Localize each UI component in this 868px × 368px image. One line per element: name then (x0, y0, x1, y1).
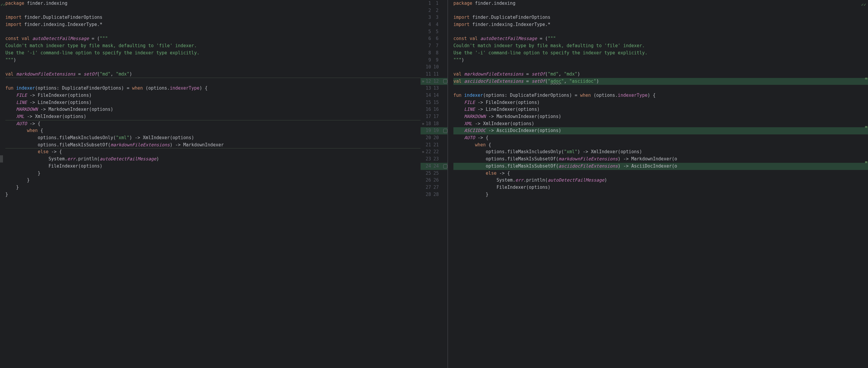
line-number-right: 19 (433, 127, 441, 134)
diff-marker[interactable] (865, 126, 867, 128)
code-line[interactable]: } (5, 184, 421, 191)
diff-marker[interactable] (865, 161, 867, 163)
code-line[interactable]: Use the '-i' command-line option to spec… (5, 50, 421, 57)
gutter-row: 2828 (421, 191, 447, 198)
code-line[interactable]: import finder.DuplicateFinderOptions (5, 14, 421, 21)
code-line[interactable]: else -> { (5, 148, 421, 155)
line-number-left: 22 (426, 148, 433, 155)
code-line[interactable] (454, 28, 868, 35)
apply-chunk-arrow-icon[interactable]: » (421, 120, 426, 128)
line-number-right: 11 (433, 71, 441, 78)
code-line[interactable]: when { (454, 142, 868, 149)
code-line[interactable] (5, 7, 421, 15)
diff-marker[interactable] (865, 78, 867, 80)
diff-chunk-checkbox[interactable] (443, 164, 447, 168)
code-line[interactable]: } (5, 170, 421, 177)
code-line[interactable]: FILE -> FileIndexer(options) (5, 92, 421, 99)
line-number-right: 6 (433, 35, 441, 43)
gutter-row: 55 (421, 28, 447, 35)
line-number-right: 3 (433, 14, 441, 21)
diff-chunk-checkbox[interactable] (443, 79, 447, 83)
line-number-right: 28 (433, 191, 441, 198)
code-line[interactable]: val markdownFileExtensions = setOf("md",… (454, 71, 868, 78)
gutter-row: 44 (421, 21, 447, 28)
gutter-row: 1616 (421, 106, 447, 113)
code-line[interactable] (454, 64, 868, 71)
code-line[interactable] (454, 7, 868, 15)
code-line[interactable]: FILE -> FileIndexer(options) (454, 99, 868, 106)
code-line[interactable] (5, 28, 421, 35)
code-line[interactable]: System.err.println(autoDetectFailMessage… (454, 177, 868, 184)
right-scrollbar[interactable] (864, 0, 868, 368)
line-number-left: 9 (426, 57, 433, 64)
code-line[interactable]: MARKDOWN -> MarkdownIndexer(options) (5, 106, 421, 113)
code-line[interactable]: MARKDOWN -> MarkdownIndexer(options) (454, 113, 868, 120)
line-number-left: 24 (426, 163, 433, 170)
gutter-row: 2525 (421, 170, 447, 177)
line-number-left: 6 (426, 35, 433, 43)
code-line[interactable]: FileIndexer(options) (454, 184, 868, 191)
code-line[interactable]: } (5, 191, 421, 198)
code-line[interactable]: AUTO -> { (5, 120, 421, 128)
line-number-left: 23 (426, 155, 433, 163)
code-line[interactable]: AUTO -> { (454, 134, 868, 142)
code-line[interactable]: } (454, 191, 868, 198)
code-line[interactable]: """) (5, 57, 421, 64)
apply-chunk-arrow-icon[interactable]: » (421, 78, 426, 85)
right-editor[interactable]: package finder.indexing import finder.Du… (448, 0, 868, 368)
diff-chunk-checkbox[interactable] (443, 129, 447, 133)
line-number-right: 22 (433, 148, 441, 155)
line-number-right: 1 (433, 0, 441, 7)
code-line[interactable]: """) (454, 57, 868, 64)
line-number-left: 1 (426, 0, 433, 7)
code-line[interactable] (5, 64, 421, 71)
code-line[interactable]: const val autoDetectFailMessage = (""" (454, 35, 868, 43)
line-number-left: 2 (426, 7, 433, 15)
code-line[interactable] (5, 78, 421, 85)
inspection-ok-icon: ✓✓ (861, 1, 866, 8)
gutter-row: 33 (421, 14, 447, 21)
gutter-row: 99 (421, 57, 447, 64)
line-number-left: 19 (426, 127, 433, 134)
code-line[interactable]: fun indexer(options: DuplicateFinderOpti… (5, 85, 421, 92)
gutter-row: 1515 (421, 99, 447, 106)
code-line[interactable]: import finder.indexing.IndexerType.* (5, 21, 421, 28)
code-line[interactable]: Use the '-i' command-line option to spec… (454, 50, 868, 57)
code-line[interactable]: val markdownFileExtensions = setOf("md",… (5, 71, 421, 78)
code-line[interactable]: val asciidocFileExtensions = setOf("adoc… (454, 78, 868, 85)
line-number-right: 4 (433, 21, 441, 28)
code-line[interactable]: options.fileMaskIncludesOnly("xml") -> X… (5, 134, 421, 142)
apply-chunk-arrow-icon[interactable]: » (421, 148, 426, 155)
code-line[interactable] (454, 85, 868, 92)
left-editor[interactable]: package finder.indexing import finder.Du… (0, 0, 421, 368)
code-line[interactable]: System.err.println(autoDetectFailMessage… (5, 155, 421, 163)
code-line[interactable]: package finder.indexing (454, 0, 868, 7)
line-number-left: 21 (426, 142, 433, 149)
code-line[interactable]: LINE -> LineIndexer(options) (454, 106, 868, 113)
line-number-right: 15 (433, 99, 441, 106)
code-line[interactable]: fun indexer(options: DuplicateFinderOpti… (454, 92, 868, 99)
line-number-right: 20 (433, 134, 441, 142)
code-line[interactable]: when { (5, 127, 421, 134)
code-line[interactable]: options.fileMaskIsSubsetOf(asciidocFileE… (454, 163, 868, 170)
code-line[interactable]: Couldn't match indexer type by file mask… (5, 43, 421, 50)
code-line[interactable]: const val autoDetectFailMessage = (""" (5, 35, 421, 43)
line-number-right: 5 (433, 28, 441, 35)
code-line[interactable]: LINE -> LineIndexer(options) (5, 99, 421, 106)
code-line[interactable]: XML -> XmlIndexer(options) (5, 113, 421, 120)
code-line[interactable]: options.fileMaskIsSubsetOf(markdownFileE… (454, 155, 868, 163)
code-line[interactable]: FileIndexer(options) (5, 163, 421, 170)
code-line[interactable]: else -> { (454, 170, 868, 177)
code-line[interactable]: ASCIIDOC -> AsciiDocIndexer(options) (454, 127, 868, 134)
caret-indicator (0, 155, 3, 163)
code-line[interactable]: package finder.indexing (5, 0, 421, 7)
code-line[interactable]: Couldn't match indexer type by file mask… (454, 43, 868, 50)
code-line[interactable]: options.fileMaskIsSubsetOf(markdownFileE… (5, 142, 421, 149)
code-line[interactable]: options.fileMaskIncludesOnly("xml") -> X… (454, 148, 868, 155)
diff-viewer: ✓✓ package finder.indexing import finder… (0, 0, 868, 368)
gutter-row: 1111 (421, 71, 447, 78)
code-line[interactable]: } (5, 177, 421, 184)
code-line[interactable]: import finder.DuplicateFinderOptions (454, 14, 868, 21)
code-line[interactable]: import finder.indexing.IndexerType.* (454, 21, 868, 28)
code-line[interactable]: XML -> XmlIndexer(options) (454, 120, 868, 128)
